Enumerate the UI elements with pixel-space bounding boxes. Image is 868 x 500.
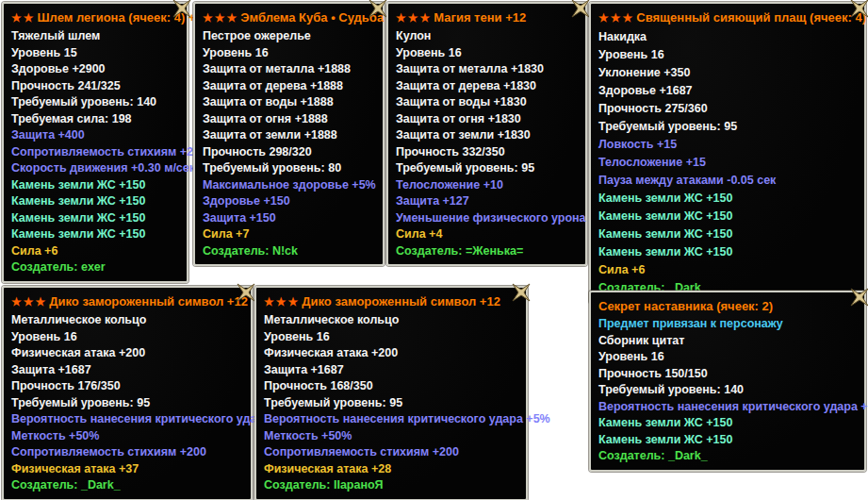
- stat-line: Вероятность нанесения критического удара…: [11, 411, 243, 428]
- stat-line: Вероятность нанесения критического удара…: [264, 411, 518, 428]
- stat-line: Уровень 16: [598, 46, 857, 64]
- item-title-text: Магия тени +12: [434, 10, 526, 25]
- stat-line: Прочность 168/350: [264, 378, 518, 395]
- stat-line: Требуемый уровень: 140: [11, 94, 179, 111]
- stat-line: Защита от дерева +1888: [203, 78, 375, 95]
- stat-line: Защита +127: [396, 193, 578, 210]
- stat-line: Защита от воды +1830: [396, 94, 578, 111]
- stat-line: Создатель: _Dark_: [11, 477, 243, 494]
- stat-line: Защита от дерева +1830: [396, 78, 578, 95]
- item-title-text: Секрет наставника (ячеек: 2): [598, 299, 773, 313]
- stat-line: Прочность 150/150: [598, 366, 857, 383]
- item-stats: Металлическое кольцоУровень 16Физическая…: [11, 312, 243, 494]
- stat-line: Накидка: [598, 28, 857, 46]
- stat-line: Максимальное здоровье +5%: [203, 177, 375, 194]
- item-stats: КулонУровень 16Защита от металла +1830За…: [396, 28, 578, 259]
- stat-line: Уклонение +350: [598, 64, 857, 82]
- item-stats: Тяжелый шлемУровень 15Здоровье +2900Проч…: [11, 28, 179, 276]
- item-title: ★★★Магия тени +12: [396, 8, 578, 28]
- stat-line: Прочность 176/350: [11, 378, 243, 395]
- stat-line: Уровень 16: [396, 45, 578, 62]
- stat-line: Прочность 298/320: [203, 144, 375, 161]
- star-rating-icon: ★★★: [203, 11, 238, 25]
- stat-line: Требуемая сила: 198: [11, 111, 179, 128]
- stat-line: Защита +1687: [264, 362, 518, 379]
- stat-line: Создатель: N!ck: [203, 243, 375, 260]
- stat-line: Камень земли ЖС +150: [598, 225, 857, 243]
- stat-line: Меткость +50%: [264, 428, 518, 445]
- stat-line: Сила +4: [396, 226, 578, 243]
- stat-line: Сборник цитат: [598, 333, 857, 350]
- stat-line: Ловкость +15: [598, 136, 857, 154]
- item-tooltip-book: Секрет наставника (ячеек: 2) Предмет при…: [589, 291, 866, 472]
- stat-line: Защита +1687: [11, 362, 243, 379]
- stat-line: Уровень 16: [203, 45, 375, 62]
- stat-line: Физическая атака +28: [264, 461, 518, 478]
- stat-line: Создатель: =Женька=: [396, 243, 578, 260]
- stat-line: Камень земли ЖС +150: [598, 208, 857, 225]
- stat-line: Уровень 15: [11, 45, 179, 62]
- stat-line: Камень земли ЖС +150: [11, 210, 179, 227]
- stat-line: Требуемый уровень: 140: [598, 382, 857, 399]
- item-title-text: Шлем легиона (ячеек: 4) +12: [38, 10, 209, 25]
- item-tooltip-ring-2: ★★★Дико замороженный символ +12 Металлич…: [254, 286, 528, 500]
- stat-line: Пестрое ожерелье: [203, 28, 375, 45]
- stat-line: Телосложение +15: [598, 154, 857, 172]
- stat-line: Уровень 16: [11, 329, 243, 346]
- stat-line: Требуемый уровень: 80: [203, 160, 375, 177]
- star-rating-icon: ★★★: [598, 11, 634, 25]
- stat-line: Сопротивляемость стихиям +200: [264, 444, 518, 461]
- stat-line: Сопротивляемость стихиям +250: [11, 144, 179, 161]
- star-rating-icon: ★★★: [396, 11, 432, 25]
- item-tooltip-ring-1: ★★★Дико замороженный символ +12 Металлич…: [2, 286, 253, 500]
- stat-line: Требуемый уровень: 95: [11, 395, 243, 412]
- item-title-text: Дико замороженный символ +12: [49, 294, 248, 308]
- stat-line: Тяжелый шлем: [11, 28, 179, 45]
- stat-line: Защита +150: [203, 210, 375, 227]
- star-rating-icon: ★★★: [264, 295, 300, 308]
- item-title-text: Эмблема Куба • Судьба +12: [240, 10, 408, 25]
- stat-line: Камень земли ЖС +150: [598, 190, 857, 208]
- item-title: ★★★Эмблема Куба • Судьба +12: [203, 8, 375, 28]
- stat-line: Камень земли ЖС +150: [598, 243, 857, 261]
- stat-line: Меткость +50%: [11, 428, 243, 445]
- item-title: ★★★Дико замороженный символ +12: [264, 292, 518, 312]
- stat-line: Защита от земли +1830: [396, 127, 578, 144]
- stat-line: Пауза между атаками -0.05 сек: [598, 172, 857, 190]
- item-title-text: Священный сияющий плащ (ячеек: 4) +12: [636, 10, 868, 25]
- stat-line: Металлическое кольцо: [264, 312, 518, 329]
- item-stats: Пестрое ожерельеУровень 16Защита от мета…: [203, 28, 375, 259]
- stat-line: Требуемый уровень: 95: [396, 160, 578, 177]
- stat-line: Защита от огня +1888: [203, 111, 375, 128]
- item-title: Секрет наставника (ячеек: 2): [598, 296, 857, 316]
- stat-line: Уменьшение физического урона +3%: [396, 210, 578, 227]
- star-rating-icon: ★★: [11, 11, 36, 25]
- stat-line: Сила +6: [11, 243, 179, 260]
- stat-line: Защита от огня +1830: [396, 111, 578, 128]
- stat-line: Камень земли ЖС +150: [11, 177, 179, 194]
- stat-line: Металлическое кольцо: [11, 312, 243, 329]
- stat-line: Здоровье +150: [203, 193, 375, 210]
- item-stats: Предмет привязан к персонажуСборник цита…: [598, 316, 857, 465]
- stat-line: Физическая атака +37: [11, 461, 243, 478]
- stat-line: Требуемый уровень: 95: [264, 395, 518, 412]
- star-rating-icon: ★★★: [11, 295, 47, 308]
- stat-line: Требуемый уровень: 95: [598, 118, 857, 136]
- stat-line: Защита от металла +1830: [396, 61, 578, 78]
- stat-line: Сила +7: [203, 226, 375, 243]
- stat-line: Камень земли ЖС +150: [598, 415, 857, 432]
- stat-line: Прочность 275/360: [598, 100, 857, 118]
- item-title-text: Дико замороженный символ +12: [302, 294, 500, 308]
- stat-line: Камень земли ЖС +150: [11, 226, 179, 243]
- stat-line: Создатель: IIараноЯ: [264, 477, 518, 494]
- item-title: ★★★Священный сияющий плащ (ячеек: 4) +12: [598, 8, 857, 28]
- item-stats: НакидкаУровень 16Уклонение +350Здоровье …: [598, 28, 857, 297]
- stat-line: Скорость движения +0.30 м/сек: [11, 160, 179, 177]
- item-tooltip-amulet: ★★★Магия тени +12 КулонУровень 16Защита …: [386, 2, 587, 266]
- stat-line: Защита от металла +1888: [203, 61, 375, 78]
- item-tooltip-helm: ★★Шлем легиона (ячеек: 4) +12 Тяжелый шл…: [2, 2, 188, 283]
- stat-line: Кулон: [396, 28, 578, 45]
- item-title: ★★Шлем легиона (ячеек: 4) +12: [11, 8, 179, 28]
- stat-line: Защита +400: [11, 127, 179, 144]
- stat-line: Здоровье +1687: [598, 82, 857, 100]
